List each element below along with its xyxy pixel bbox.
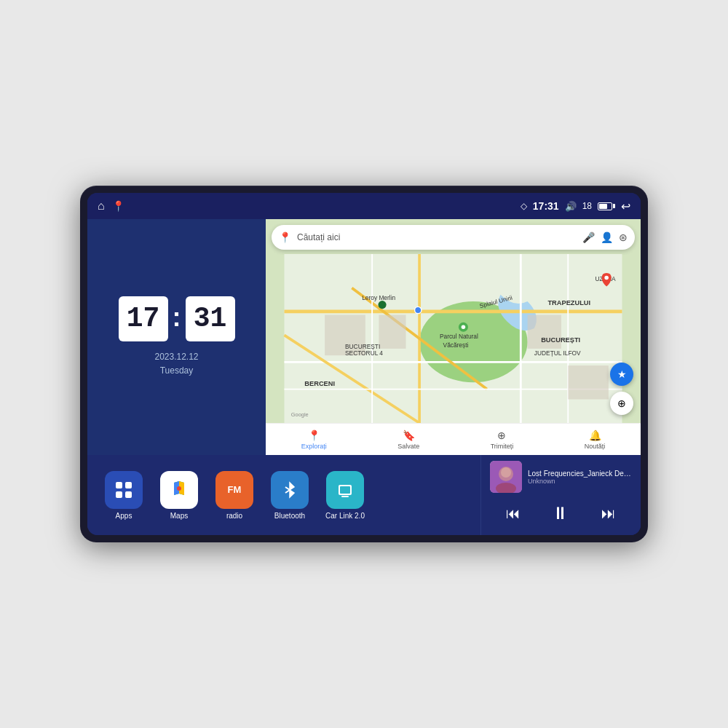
svg-text:TRAPEZULUI: TRAPEZULUI: [547, 299, 590, 306]
compass-icon: ★: [617, 368, 627, 380]
svg-text:BUCUREȘTI: BUCUREȘTI: [541, 336, 580, 344]
music-title: Lost Frequencies_Janieck Devy-...: [528, 470, 632, 478]
map-panel[interactable]: 📍 Căutați aici 🎤 👤 ⊛: [266, 219, 641, 455]
carlink-label: Car Link 2.0: [325, 512, 365, 520]
svg-text:Leroy Merlin: Leroy Merlin: [362, 294, 395, 301]
send-label: Trimiteți: [491, 443, 514, 450]
search-placeholder: Căutați aici: [297, 232, 340, 242]
maps-pin-icon[interactable]: 📍: [112, 200, 124, 212]
svg-rect-14: [568, 365, 609, 399]
saved-icon: 🔖: [403, 430, 415, 441]
radio-label: radio: [226, 512, 242, 520]
map-nav-send[interactable]: ⊕ Trimiteți: [491, 430, 514, 450]
signal-strength: 18: [582, 201, 592, 211]
maps-app-icon: [160, 471, 198, 509]
news-icon: 🔔: [589, 430, 601, 441]
battery-icon: [598, 202, 615, 210]
back-icon[interactable]: ↩: [621, 199, 630, 213]
app-item-maps[interactable]: Maps: [157, 471, 201, 520]
svg-rect-35: [125, 491, 132, 498]
svg-text:SECTORUL 4: SECTORUL 4: [345, 349, 383, 357]
layers-icon[interactable]: ⊛: [619, 232, 628, 243]
svg-point-43: [501, 467, 511, 478]
svg-point-29: [604, 276, 609, 280]
apps-label: Apps: [116, 512, 132, 520]
svg-point-27: [462, 325, 466, 329]
radio-icon: FM: [215, 471, 253, 509]
map-location-button[interactable]: ⊕: [610, 392, 633, 415]
map-nav-explore[interactable]: 📍 Explorați: [301, 430, 327, 450]
svg-rect-38: [340, 486, 350, 494]
clock-colon: :: [173, 302, 181, 333]
explore-icon: 📍: [308, 430, 320, 441]
music-thumbnail: [490, 461, 522, 493]
svg-point-36: [177, 486, 181, 491]
app-item-carlink[interactable]: Car Link 2.0: [323, 471, 367, 520]
clock-panel: 17 : 31 2023.12.12 Tuesday: [87, 219, 266, 455]
apps-icon: [105, 471, 143, 509]
home-icon[interactable]: ⌂: [98, 199, 105, 213]
map-compass-button[interactable]: ★: [610, 363, 633, 386]
time-display: 17:31: [533, 200, 559, 212]
svg-rect-34: [116, 491, 122, 498]
map-nav-news[interactable]: 🔔 Noutăți: [585, 430, 606, 450]
maps-label: Maps: [170, 512, 188, 520]
map-area: TRAPEZULUI BUCUREȘTI JUDEȚUL ILFOV BERCE…: [266, 254, 641, 423]
car-display-device: ⌂ 📍 ◇ 17:31 🔊 18 ↩: [80, 186, 648, 542]
app-item-radio[interactable]: FM radio: [213, 471, 256, 520]
gps-icon: ◇: [521, 201, 527, 211]
device-screen: ⌂ 📍 ◇ 17:31 🔊 18 ↩: [87, 193, 641, 535]
explore-label: Explorați: [301, 443, 327, 450]
svg-text:Google: Google: [291, 411, 309, 418]
map-nav-saved[interactable]: 🔖 Salvate: [397, 430, 419, 450]
music-player: Lost Frequencies_Janieck Devy-... Unknow…: [480, 455, 641, 535]
map-pin-icon: 📍: [279, 232, 291, 243]
music-text: Lost Frequencies_Janieck Devy-... Unknow…: [528, 470, 632, 485]
svg-text:JUDEȚUL ILFOV: JUDEȚUL ILFOV: [534, 349, 581, 357]
status-bar: ⌂ 📍 ◇ 17:31 🔊 18 ↩: [87, 193, 641, 219]
carlink-icon: [326, 471, 364, 509]
svg-text:Văcărești: Văcărești: [443, 341, 469, 349]
volume-icon: 🔊: [565, 201, 577, 212]
clock-minutes: 31: [186, 296, 235, 341]
clock-display: 17 : 31: [119, 296, 235, 341]
send-icon: ⊕: [497, 430, 506, 441]
clock-date: 2023.12.12 Tuesday: [154, 350, 198, 378]
location-icon: ⊕: [617, 397, 626, 409]
voice-search-icon[interactable]: 🎤: [582, 232, 595, 243]
prev-button[interactable]: ⏮: [503, 502, 523, 525]
news-label: Noutăți: [585, 443, 606, 450]
play-pause-button[interactable]: ⏸: [549, 500, 572, 526]
svg-point-24: [378, 301, 386, 309]
bluetooth-label: Bluetooth: [274, 512, 305, 520]
next-button[interactable]: ⏭: [598, 502, 619, 525]
account-icon[interactable]: 👤: [601, 232, 613, 243]
map-search-actions: 🎤 👤 ⊛: [582, 232, 628, 243]
svg-rect-13: [528, 315, 561, 349]
svg-rect-33: [125, 482, 132, 488]
svg-rect-12: [379, 315, 405, 349]
bottom-section: Apps Maps: [87, 455, 641, 535]
apps-row: Apps Maps: [87, 455, 480, 535]
svg-rect-39: [341, 496, 349, 497]
app-item-apps[interactable]: Apps: [102, 471, 146, 520]
app-item-bluetooth[interactable]: Bluetooth: [268, 471, 312, 520]
top-section: 17 : 31 2023.12.12 Tuesday 📍 Căutați aic…: [87, 219, 641, 455]
music-controls: ⏮ ⏸ ⏭: [490, 497, 632, 529]
music-info: Lost Frequencies_Janieck Devy-... Unknow…: [490, 461, 632, 493]
svg-point-28: [415, 306, 422, 313]
map-search-bar[interactable]: 📍 Căutați aici 🎤 👤 ⊛: [272, 225, 635, 250]
clock-hours: 17: [119, 296, 168, 341]
map-bottom-nav: 📍 Explorați 🔖 Salvate ⊕ Trimiteți 🔔: [266, 423, 641, 455]
svg-text:BERCENI: BERCENI: [304, 380, 335, 387]
main-content: 17 : 31 2023.12.12 Tuesday 📍 Căutați aic…: [87, 219, 641, 535]
saved-label: Salvate: [397, 443, 419, 450]
status-left: ⌂ 📍: [98, 199, 124, 213]
svg-rect-32: [116, 482, 122, 488]
music-artist: Unknown: [528, 478, 632, 485]
status-right: ◇ 17:31 🔊 18 ↩: [521, 199, 630, 213]
bluetooth-icon: [271, 471, 309, 509]
svg-text:Parcul Natural: Parcul Natural: [440, 333, 478, 340]
